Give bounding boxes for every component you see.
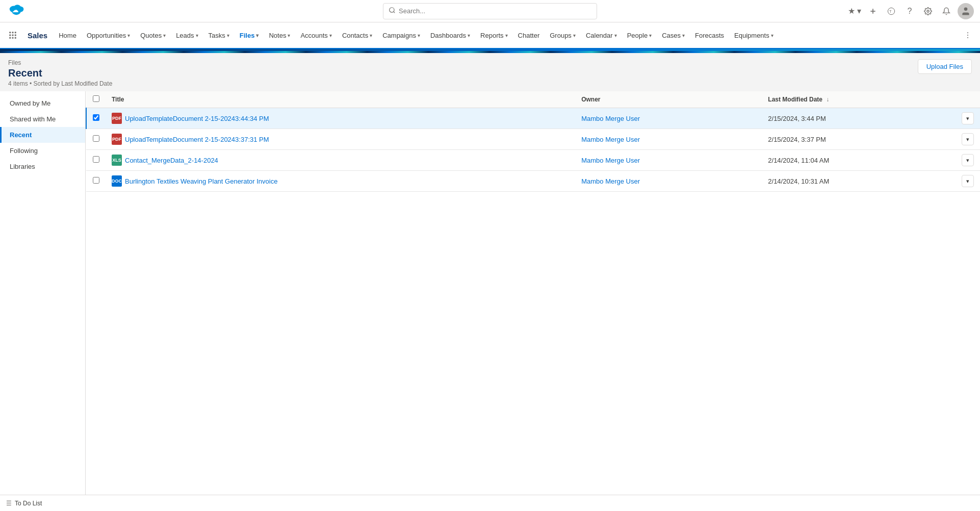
file-title-link[interactable]: DOCBurlington Textiles Weaving Plant Gen… — [112, 175, 569, 187]
row-title-cell: XLSContact_MergeData_2-14-2024 — [106, 150, 575, 171]
select-all-checkbox-header[interactable] — [86, 91, 106, 108]
todo-icon: ☰ — [6, 500, 12, 507]
nav-accounts[interactable]: Accounts ▾ — [295, 22, 337, 49]
col-last-modified[interactable]: Last Modified Date ↓ — [762, 91, 956, 108]
svg-point-22 — [967, 32, 968, 33]
nav-reports[interactable]: Reports ▾ — [475, 22, 513, 49]
nav-chatter[interactable]: Chatter — [513, 22, 545, 49]
help-icon[interactable]: ? — [902, 4, 917, 18]
todo-label[interactable]: To Do List — [15, 500, 42, 507]
nav-people[interactable]: People ▾ — [622, 22, 657, 49]
nav-dashboards[interactable]: Dashboards ▾ — [425, 22, 475, 49]
row-owner-cell: Mambo Merge User — [575, 108, 762, 129]
table-row: DOCBurlington Textiles Weaving Plant Gen… — [86, 171, 980, 192]
nav-cases[interactable]: Cases ▾ — [657, 22, 690, 49]
sidebar-item-libraries[interactable]: Libraries — [0, 159, 85, 174]
bottom-bar: ☰ To Do List — [0, 495, 980, 507]
owner-link[interactable]: Mambo Merge User — [581, 177, 640, 185]
app-name[interactable]: Sales — [21, 22, 54, 48]
files-table: Title Owner Last Modified Date ↓ PDFUplo… — [86, 91, 980, 192]
svg-rect-14 — [12, 32, 14, 33]
file-title-link[interactable]: PDFUploadTemplateDocument 2-15-20243:37:… — [112, 134, 569, 145]
sidebar-item-owned-by-me[interactable]: Owned by Me — [0, 95, 85, 111]
svg-rect-18 — [15, 35, 16, 36]
chevron-down-icon: ▾ — [370, 33, 372, 38]
svg-point-5 — [390, 8, 394, 12]
row-checkbox-cell[interactable] — [86, 108, 106, 129]
row-checkbox-cell[interactable] — [86, 171, 106, 192]
svg-rect-15 — [15, 32, 16, 33]
chevron-down-icon: ▾ — [468, 33, 470, 38]
row-checkbox[interactable] — [93, 135, 99, 142]
nav-home[interactable]: Home — [54, 22, 82, 49]
app-launcher-button[interactable] — [4, 22, 21, 48]
row-checkbox[interactable] — [93, 114, 99, 121]
salesforce-logo[interactable]: ☁ — [6, 2, 24, 20]
search-icon — [389, 7, 396, 15]
sidebar-item-following[interactable]: Following — [0, 143, 85, 159]
upload-files-button[interactable]: Upload Files — [918, 59, 972, 74]
setup-icon[interactable] — [921, 4, 935, 18]
row-owner-cell: Mambo Merge User — [575, 129, 762, 150]
sidebar-item-recent[interactable]: Recent — [0, 127, 85, 143]
nav-forecasts[interactable]: Forecasts — [690, 22, 729, 49]
avatar[interactable] — [958, 3, 974, 19]
row-owner-cell: Mambo Merge User — [575, 150, 762, 171]
svg-rect-19 — [9, 37, 11, 39]
row-actions-dropdown-button[interactable]: ▾ — [962, 154, 974, 166]
nav-tasks[interactable]: Tasks ▾ — [203, 22, 235, 49]
sidebar: Owned by Me Shared with Me Recent Follow… — [0, 91, 86, 507]
nav-notes[interactable]: Notes ▾ — [264, 22, 295, 49]
chevron-down-icon: ▾ — [288, 33, 290, 38]
row-actions-dropdown-button[interactable]: ▾ — [962, 112, 974, 124]
chevron-down-icon: ▾ — [418, 33, 420, 38]
col-title[interactable]: Title — [106, 91, 575, 108]
row-actions-cell: ▾ — [956, 108, 980, 129]
svg-rect-20 — [12, 37, 14, 39]
chevron-down-icon: ▾ — [573, 33, 576, 38]
owner-link[interactable]: Mambo Merge User — [581, 115, 640, 122]
notifications-icon[interactable] — [939, 4, 953, 18]
svg-rect-17 — [12, 35, 14, 36]
sidebar-item-shared-with-me[interactable]: Shared with Me — [0, 111, 85, 127]
chevron-down-icon: ▾ — [163, 33, 166, 38]
trailhead-icon[interactable]: T — [884, 4, 898, 18]
search-bar[interactable] — [383, 3, 597, 19]
nav-equipments[interactable]: Equipments ▾ — [729, 22, 779, 49]
nav-leads[interactable]: Leads ▾ — [171, 22, 203, 49]
row-checkbox-cell[interactable] — [86, 129, 106, 150]
owner-link[interactable]: Mambo Merge User — [581, 136, 640, 143]
file-title-link[interactable]: PDFUploadTemplateDocument 2-15-20243:44:… — [112, 113, 569, 124]
select-all-checkbox[interactable] — [93, 95, 99, 102]
owner-link[interactable]: Mambo Merge User — [581, 157, 640, 164]
svg-rect-13 — [9, 32, 11, 33]
top-bar: ☁ ★ ▾ T ? — [0, 0, 980, 22]
row-owner-cell: Mambo Merge User — [575, 171, 762, 192]
nav-files[interactable]: Files ▾ — [235, 22, 264, 49]
row-actions-cell: ▾ — [956, 171, 980, 192]
chevron-down-icon: ▾ — [196, 33, 198, 38]
add-icon[interactable] — [866, 4, 880, 18]
svg-text:☁: ☁ — [12, 7, 18, 14]
row-title-cell: PDFUploadTemplateDocument 2-15-20243:37:… — [106, 129, 575, 150]
file-title-link[interactable]: XLSContact_MergeData_2-14-2024 — [112, 155, 569, 166]
sort-desc-icon: ↓ — [826, 96, 829, 103]
nav-groups[interactable]: Groups ▾ — [545, 22, 581, 49]
nav-more[interactable] — [960, 22, 976, 48]
nav-calendar[interactable]: Calendar ▾ — [581, 22, 622, 49]
row-actions-dropdown-button[interactable]: ▾ — [962, 175, 974, 187]
nav-contacts[interactable]: Contacts ▾ — [337, 22, 377, 49]
row-checkbox[interactable] — [93, 156, 99, 163]
row-actions-dropdown-button[interactable]: ▾ — [962, 133, 974, 145]
svg-rect-21 — [15, 37, 16, 39]
favorites-icon[interactable]: ★ ▾ — [847, 4, 862, 18]
nav-quotes[interactable]: Quotes ▾ — [135, 22, 171, 49]
row-checkbox-cell[interactable] — [86, 150, 106, 171]
nav-campaigns[interactable]: Campaigns ▾ — [377, 22, 425, 49]
nav-opportunities[interactable]: Opportunities ▾ — [82, 22, 135, 49]
wave-accent-bar — [0, 49, 980, 53]
row-checkbox[interactable] — [93, 177, 99, 184]
col-actions — [956, 91, 980, 108]
svg-point-23 — [967, 35, 968, 36]
search-input[interactable] — [399, 7, 591, 15]
